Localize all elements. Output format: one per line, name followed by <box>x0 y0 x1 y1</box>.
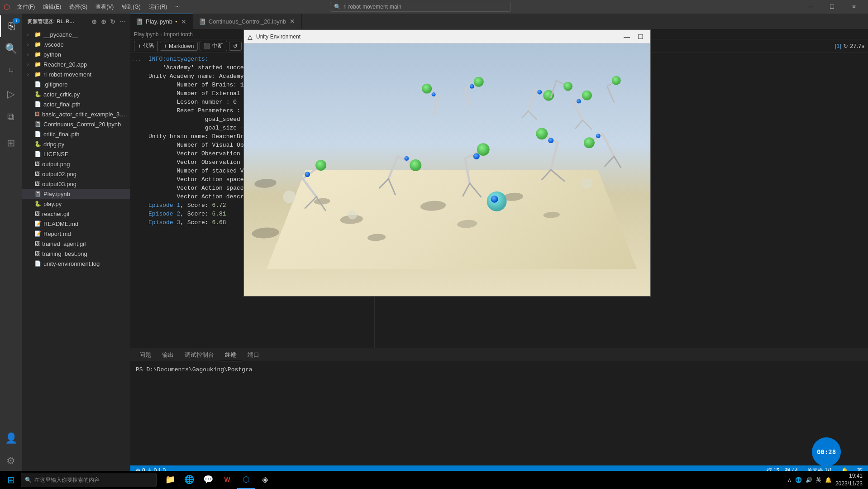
tray-volume-icon[interactable]: 🔊 <box>806 477 812 483</box>
image-file-icon: 🖼 <box>34 250 40 257</box>
tree-file-output02[interactable]: 🖼 output02.png <box>22 169 130 179</box>
tray-language[interactable]: 英 <box>816 476 821 484</box>
tabs-bar: 📓 Play.ipynb ● ✕ 📓 Continuous_Control_20… <box>130 14 868 29</box>
taskbar-search-text: 在这里输入你要搜索的内容 <box>34 476 100 484</box>
breadcrumb-file[interactable]: Play.ipynb <box>134 31 158 38</box>
tab-terminal[interactable]: 终端 <box>219 349 242 361</box>
menu-run[interactable]: 运行(R) <box>145 2 171 12</box>
menu-more[interactable]: ··· <box>172 2 183 12</box>
taskbar-clock[interactable]: 19:41 2023/11/23 <box>835 472 863 488</box>
activity-settings[interactable]: ⚙ <box>0 450 22 472</box>
svg-line-39 <box>605 156 614 166</box>
minimize-button[interactable]: — <box>800 0 821 14</box>
chevron-right-icon: › <box>27 42 33 47</box>
restart-button[interactable]: ↺ <box>229 42 242 51</box>
taskbar-unity[interactable]: ◈ <box>256 471 274 489</box>
tray-network-icon[interactable]: 🌐 <box>795 477 802 483</box>
tree-file-license[interactable]: 📄 LICENSE <box>22 149 130 159</box>
taskbar-search[interactable]: 🔍 在这里输入你要搜索的内容 <box>21 473 157 487</box>
svg-point-68 <box>283 191 296 203</box>
tab-debug-console[interactable]: 调试控制台 <box>179 349 219 361</box>
tree-file-trained-agent-gif[interactable]: 🖼 trained_agent.gif <box>22 239 130 249</box>
tab-ports[interactable]: 端口 <box>242 349 265 361</box>
tray-notifications-icon[interactable]: 🔔 <box>825 477 832 483</box>
menu-goto[interactable]: 转到(G) <box>118 2 144 12</box>
tree-folder-rl-robot[interactable]: › 📁 rl-robot-movement <box>22 69 130 79</box>
taskbar-wechat[interactable]: 💬 <box>199 471 217 489</box>
tree-folder-python[interactable]: › 📁 python <box>22 49 130 59</box>
tree-file-report[interactable]: 📝 Report.md <box>22 229 130 239</box>
tree-folder-pycache[interactable]: › 📁 __pycache__ <box>22 29 130 39</box>
maximize-button[interactable]: ☐ <box>822 0 843 14</box>
tray-expand-icon[interactable]: ∧ <box>787 477 792 483</box>
tree-folder-reacher[interactable]: › 📁 Reacher_20.app <box>22 59 130 69</box>
tree-file-readme[interactable]: 📝 README.md <box>22 219 130 229</box>
svg-point-62 <box>612 76 621 85</box>
refresh-icon[interactable]: ↻ <box>109 17 117 26</box>
markdown-button[interactable]: + Markdown <box>160 42 198 51</box>
tree-file-ddpg[interactable]: 🐍 ddpg.py <box>22 139 130 149</box>
menu-view[interactable]: 查看(V) <box>92 2 117 12</box>
taskbar-edge[interactable]: 🌐 <box>180 471 198 489</box>
svg-line-52 <box>465 89 470 107</box>
tab-problems[interactable]: 问题 <box>134 349 157 361</box>
activity-source-control[interactable]: ⑂ <box>0 61 22 82</box>
svg-line-40 <box>573 102 582 120</box>
tree-file-output03[interactable]: 🖼 output03.png <box>22 179 130 189</box>
tab-close-button[interactable]: ✕ <box>289 17 296 26</box>
menu-file[interactable]: 文件(F) <box>14 2 38 12</box>
tree-file-reacher-gif[interactable]: 🖼 reacher.gif <box>22 209 130 219</box>
terminal-content[interactable]: PS D:\Documents\Gagouking\Postgra <box>130 362 868 465</box>
search-icon-activity: 🔍 <box>5 43 17 55</box>
unity-minimize-button[interactable]: — <box>620 32 633 42</box>
svg-line-28 <box>551 143 558 170</box>
taskbar-file-explorer[interactable]: 📁 <box>161 471 179 489</box>
activity-search[interactable]: 🔍 <box>0 38 22 60</box>
breadcrumb-symbol[interactable]: import torch <box>164 31 192 38</box>
vscode-icon: ⬡ <box>4 3 10 11</box>
tab-play-ipynb[interactable]: 📓 Play.ipynb ● ✕ <box>130 14 193 29</box>
taskbar-wps[interactable]: W <box>218 471 236 489</box>
menu-edit[interactable]: 编辑(E) <box>39 2 65 12</box>
tree-file-gitignore[interactable]: 📄 .gitignore <box>22 79 130 89</box>
tab-close-button[interactable]: ✕ <box>180 17 187 26</box>
collapse-all-icon[interactable]: ⋯ <box>119 17 127 26</box>
menu-select[interactable]: 选择(S) <box>66 2 91 12</box>
new-file-icon[interactable]: ⊕ <box>91 17 98 26</box>
tab-cc20[interactable]: 📓 Continuous_Control_20.ipynb ✕ <box>193 14 302 29</box>
tree-file-actor-critic[interactable]: 🐍 actor_critic.py <box>22 89 130 99</box>
interrupt-button[interactable]: ⬛ 中断 <box>200 41 227 51</box>
activity-run-debug[interactable]: ▷ <box>0 83 22 105</box>
activity-accounts[interactable]: 👤 <box>0 427 22 449</box>
tree-file-critic-final[interactable]: 📄 critic_final.pth <box>22 129 130 139</box>
tab-output[interactable]: 输出 <box>157 349 179 361</box>
code-button[interactable]: + 代码 <box>134 41 158 51</box>
extensions-icon: ⧉ <box>7 111 14 123</box>
taskbar-vscode[interactable]: ⬡ <box>237 471 255 489</box>
activity-remote[interactable]: ⊞ <box>0 132 22 154</box>
new-folder-icon[interactable]: ⊕ <box>100 17 108 26</box>
unity-maximize-button[interactable]: ☐ <box>634 32 647 42</box>
close-button[interactable]: ✕ <box>844 0 864 14</box>
tree-file-cc20[interactable]: 📓 Continuous_Control_20.ipynb <box>22 119 130 129</box>
tree-file-play-py[interactable]: 🐍 play.py <box>22 199 130 209</box>
tree-file-training-best[interactable]: 🖼 training_best.png <box>22 249 130 259</box>
tree-folder-vscode[interactable]: › 📁 .vscode <box>22 39 130 49</box>
tree-file-unity-log[interactable]: 📄 unity-environment.log <box>22 259 130 268</box>
start-button[interactable]: ⊞ <box>2 471 20 489</box>
svg-point-5 <box>366 234 387 241</box>
svg-line-46 <box>528 91 535 111</box>
activity-extensions[interactable]: ⧉ <box>0 106 22 128</box>
plus-icon: + <box>164 43 167 49</box>
tree-file-actor-final[interactable]: 📄 actor_final.pth <box>22 99 130 109</box>
title-search[interactable]: 🔍 rl-robot-movement-main <box>330 2 511 12</box>
window-controls: — ☐ ✕ <box>800 0 864 14</box>
tree-file-play-ipynb[interactable]: 📓 Play.ipynb <box>22 189 130 199</box>
title-bar: ⬡ 文件(F) 编辑(E) 选择(S) 查看(V) 转到(G) 运行(R) ··… <box>0 0 868 14</box>
tree-file-basic-actor[interactable]: 🖼 basic_actor_critic_example_3.png <box>22 109 130 119</box>
activity-explorer[interactable]: ⎘ 1 <box>0 15 22 37</box>
tree-file-output[interactable]: 🖼 output.png <box>22 159 130 169</box>
svg-point-37 <box>596 134 601 138</box>
chevron-right-icon: › <box>27 72 33 77</box>
search-text: rl-robot-movement-main <box>343 4 401 10</box>
